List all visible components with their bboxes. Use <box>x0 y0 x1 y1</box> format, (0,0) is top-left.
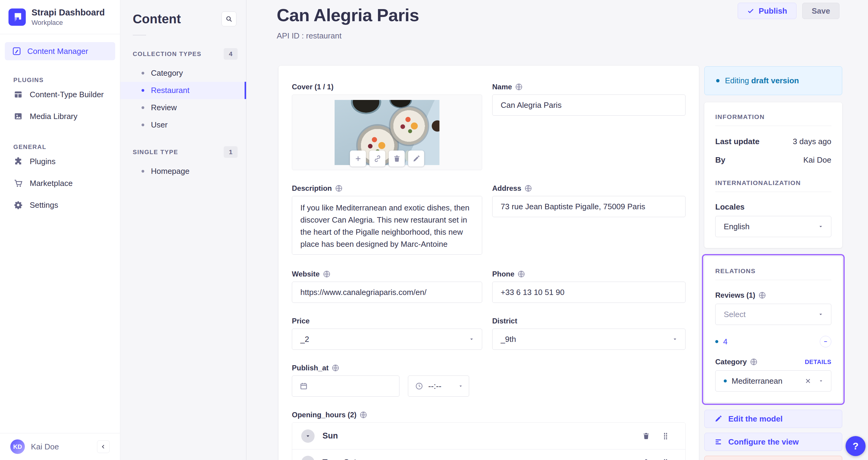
pencil-icon <box>412 155 420 163</box>
publish-at-time-input[interactable]: --:-- <box>408 375 469 397</box>
spacer <box>492 364 686 397</box>
sidebar-item-marketplace[interactable]: Marketplace <box>0 172 120 194</box>
globe-icon <box>517 270 525 278</box>
category-label: Category <box>715 358 747 366</box>
subnav-item-user[interactable]: User <box>120 116 246 134</box>
subnav-divider <box>133 35 146 35</box>
price-select[interactable]: _2 <box>292 329 482 350</box>
avatar[interactable]: KD <box>10 439 25 454</box>
review-relation-row: 4 <box>715 336 831 347</box>
user-name: Kai Doe <box>31 442 91 452</box>
subnav-item-restaurant[interactable]: Restaurant <box>120 82 246 99</box>
subnav-item-label: User <box>151 120 167 130</box>
reviews-select[interactable]: Select <box>715 304 831 325</box>
configure-view-button[interactable]: Configure the view <box>704 433 842 451</box>
cover-dropzone[interactable] <box>292 95 482 170</box>
details-link[interactable]: DETAILS <box>805 359 831 365</box>
address-label: Address <box>492 184 521 193</box>
search-button[interactable] <box>221 11 237 26</box>
locale-select[interactable]: English <box>715 216 831 237</box>
collection-types-list: Category Restaurant Review User <box>120 65 246 134</box>
sidebar-item-media-library[interactable]: Media Library <box>0 105 120 127</box>
edit-media-button[interactable] <box>408 151 424 167</box>
field-cover: Cover (1 / 1) <box>292 83 482 170</box>
right-panel: Editing draft version INFORMATION Last u… <box>704 66 842 460</box>
opening-hours-row-sun[interactable]: Sun <box>292 423 685 449</box>
drag-handle-icon[interactable] <box>661 432 670 440</box>
workspace-switcher[interactable]: Strapi Dashboard Workplace <box>0 0 120 34</box>
field-price: Price _2 <box>292 317 482 350</box>
review-relation-id: 4 <box>723 337 727 347</box>
help-button[interactable]: ? <box>845 436 866 456</box>
price-label: Price <box>292 317 310 325</box>
draft-dot-icon <box>716 79 719 83</box>
subnav-title: Content <box>133 12 181 26</box>
save-button[interactable]: Save <box>802 3 839 19</box>
layout-icon <box>13 90 23 99</box>
link-icon <box>373 155 381 163</box>
globe-icon <box>332 364 339 372</box>
question-icon: ? <box>852 440 859 452</box>
single-type-label: SINGLE TYPE <box>133 149 178 156</box>
header-actions: Publish Save <box>738 3 839 19</box>
locales-label: Locales <box>715 202 831 212</box>
category-label-wrap: Category <box>715 358 758 366</box>
delete-row-button[interactable] <box>642 432 650 440</box>
district-select[interactable]: _9th <box>492 329 686 350</box>
description-textarea[interactable]: If you like Mediterranean and exotic dis… <box>292 196 482 255</box>
collapse-sidebar-button[interactable] <box>97 440 110 453</box>
draft-text: Editing draft version <box>725 76 799 86</box>
website-label: Website <box>292 270 320 278</box>
draft-status-banner: Editing draft version <box>704 66 842 95</box>
sidebar-item-content-manager[interactable]: Content Manager <box>5 42 115 60</box>
address-input[interactable] <box>492 196 686 217</box>
relations-card: RELATIONS Reviews (1) Select 4 <box>704 257 842 402</box>
pencil-icon <box>714 415 722 423</box>
globe-icon <box>524 185 532 192</box>
trash-icon <box>642 432 650 440</box>
bullet-icon <box>142 72 144 74</box>
phone-input[interactable] <box>492 282 686 303</box>
chevron-down-icon <box>818 224 824 230</box>
name-label: Name <box>492 83 512 91</box>
expand-row-button[interactable] <box>301 429 315 443</box>
last-update-label: Last update <box>715 137 760 146</box>
chevron-down-icon <box>469 336 475 342</box>
sidebar-item-plugins[interactable]: Plugins <box>0 151 120 172</box>
chevron-down-icon <box>818 378 824 384</box>
globe-icon <box>323 270 331 278</box>
reviews-placeholder: Select <box>724 310 818 319</box>
subnav-item-label: Homepage <box>151 167 189 176</box>
review-relation-link[interactable]: 4 <box>715 337 727 347</box>
opening-hours-row-tue-sat[interactable]: Tue - Sat <box>292 449 685 460</box>
publish-at-date-input[interactable] <box>292 375 399 397</box>
subnav-item-category[interactable]: Category <box>120 65 246 82</box>
expand-row-button[interactable] <box>301 456 315 460</box>
subnav-item-label: Category <box>151 68 183 78</box>
locale-value: English <box>724 222 818 231</box>
sidebar-item-label: Content Manager <box>27 46 88 56</box>
remove-relation-button[interactable] <box>820 336 831 347</box>
add-media-button[interactable] <box>350 151 366 167</box>
name-input[interactable] <box>492 95 686 116</box>
subnav-item-review[interactable]: Review <box>120 99 246 116</box>
edit-model-button[interactable]: Edit the model <box>704 410 842 428</box>
category-select[interactable]: Mediterranean <box>715 370 831 392</box>
sidebar-item-settings[interactable]: Settings <box>0 194 120 216</box>
row-label: Sun <box>322 431 634 440</box>
district-value: _9th <box>501 335 672 344</box>
copy-link-button[interactable] <box>369 151 385 167</box>
delete-row-button[interactable] <box>642 459 650 460</box>
subnav-item-homepage[interactable]: Homepage <box>120 163 246 180</box>
sidebar-item-content-type-builder[interactable]: Content-Type Builder <box>0 84 120 105</box>
delete-entry-button[interactable] <box>704 456 842 460</box>
drag-handle-icon[interactable] <box>661 459 670 460</box>
plus-icon <box>354 155 362 163</box>
sidebar-item-label: Content-Type Builder <box>30 90 104 99</box>
website-input[interactable] <box>292 282 482 303</box>
trash-icon <box>393 155 401 163</box>
close-icon[interactable] <box>804 377 812 385</box>
publish-button[interactable]: Publish <box>738 3 797 19</box>
delete-media-button[interactable] <box>389 151 405 167</box>
edit-model-label: Edit the model <box>728 414 782 424</box>
